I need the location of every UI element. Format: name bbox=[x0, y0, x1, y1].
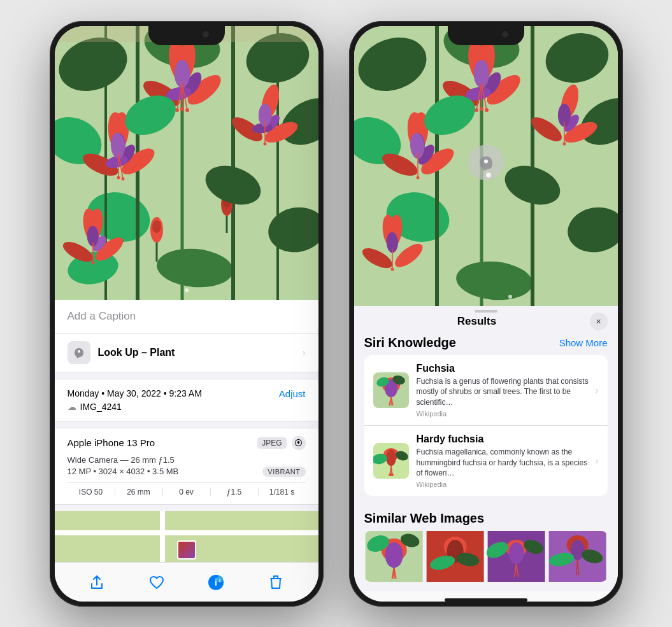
exif-aperture: ƒ1.5 bbox=[211, 488, 259, 497]
hardy-fuchsia-info: Hardy fuchsia Fuchsia magellanica, commo… bbox=[417, 433, 590, 488]
photo-display-1[interactable] bbox=[55, 26, 318, 300]
hardy-fuchsia-name: Hardy fuchsia bbox=[417, 433, 590, 445]
hardy-fuchsia-chevron-icon: › bbox=[596, 456, 599, 466]
svg-point-51 bbox=[152, 220, 161, 233]
map-photo-thumb bbox=[177, 540, 196, 560]
cloud-icon: ☁ bbox=[68, 402, 76, 412]
svg-point-69 bbox=[78, 350, 80, 353]
exif-iso: ISO 50 bbox=[68, 488, 115, 497]
svg-point-127 bbox=[390, 267, 394, 271]
lookup-label: Look Up – bbox=[98, 347, 147, 358]
knowledge-item-hardy-fuchsia[interactable]: Hardy fuchsia Fuchsia magellanica, commo… bbox=[364, 425, 608, 496]
camera-dot-2 bbox=[502, 31, 508, 38]
visual-lookup-dot bbox=[486, 173, 491, 178]
hardy-fuchsia-source: Wikipedia bbox=[417, 481, 590, 488]
svg-point-139 bbox=[386, 449, 396, 466]
svg-point-98 bbox=[485, 108, 489, 112]
home-indicator-2 bbox=[354, 591, 618, 601]
lookup-row[interactable]: Look Up – Plant › bbox=[55, 334, 318, 372]
close-button[interactable]: × bbox=[590, 313, 608, 330]
lookup-text: Look Up – Plant bbox=[98, 347, 175, 358]
camera-dot-1 bbox=[203, 31, 209, 38]
svg-point-108 bbox=[416, 176, 419, 179]
device-badges: JPEG ⦿ bbox=[257, 436, 305, 450]
notch-1 bbox=[148, 26, 225, 45]
similar-img-1[interactable] bbox=[364, 531, 424, 582]
lookup-value: Plant bbox=[150, 347, 175, 358]
filename: IMG_4241 bbox=[80, 402, 122, 412]
fuchsia-name: Fuchsia bbox=[417, 363, 590, 374]
results-title: Results bbox=[364, 315, 590, 328]
phone-2-screen: Results × Siri Knowledge Show More bbox=[354, 26, 618, 602]
show-more-button[interactable]: Show More bbox=[559, 337, 608, 348]
svg-text:i: i bbox=[219, 577, 220, 583]
map-road-v bbox=[160, 511, 165, 562]
toolbar: i i bbox=[55, 562, 318, 602]
phone2-content: Results × Siri Knowledge Show More bbox=[354, 26, 618, 602]
fuchsia-chevron-icon: › bbox=[596, 385, 599, 395]
phone-2: Results × Siri Knowledge Show More bbox=[349, 21, 623, 607]
vibrant-badge: VIBRANT bbox=[262, 467, 305, 477]
drag-handle[interactable] bbox=[475, 310, 497, 313]
similar-images-row[interactable] bbox=[364, 531, 608, 582]
similar-images-title: Similar Web Images bbox=[364, 511, 608, 526]
exif-focal: 26 mm bbox=[115, 488, 163, 497]
device-section: Apple iPhone 13 Pro JPEG ⦿ Wide Camera —… bbox=[55, 428, 318, 505]
svg-point-27 bbox=[175, 108, 179, 112]
photo-display-2[interactable] bbox=[354, 26, 618, 306]
knowledge-item-fuchsia[interactable]: Fuchsia Fuchsia is a genus of flowering … bbox=[364, 355, 608, 425]
svg-point-150 bbox=[385, 542, 403, 568]
fuchsia-thumb bbox=[373, 372, 409, 408]
adjust-button[interactable]: Adjust bbox=[279, 388, 306, 399]
svg-point-128 bbox=[484, 159, 488, 163]
fuchsia-info: Fuchsia Fuchsia is a genus of flowering … bbox=[417, 363, 590, 418]
svg-point-147 bbox=[391, 474, 394, 476]
siri-title: Siri Knowledge bbox=[364, 335, 456, 350]
format-badge: JPEG bbox=[257, 437, 286, 449]
svg-point-26 bbox=[185, 108, 189, 112]
location-icon: ⦿ bbox=[292, 436, 306, 450]
results-panel[interactable]: Results × Siri Knowledge Show More bbox=[354, 306, 618, 602]
svg-point-165 bbox=[509, 542, 524, 564]
share-button[interactable] bbox=[85, 571, 108, 594]
favorite-button[interactable] bbox=[145, 571, 168, 594]
caption-area[interactable]: Add a Caption bbox=[55, 300, 318, 334]
mp-text: 12 MP • 3024 × 4032 • 3.5 MB bbox=[68, 467, 179, 476]
svg-point-67 bbox=[91, 261, 94, 264]
svg-point-38 bbox=[117, 176, 120, 179]
siri-knowledge-section: Siri Knowledge Show More bbox=[354, 335, 618, 504]
phone-1: Add a Caption Look Up – Plant bbox=[50, 21, 324, 607]
knowledge-card: Fuchsia Fuchsia is a genus of flowering … bbox=[364, 355, 608, 497]
exif-shutter: 1/181 s bbox=[259, 488, 306, 497]
svg-point-99 bbox=[475, 108, 478, 112]
svg-point-97 bbox=[480, 107, 483, 111]
fuchsia-source: Wikipedia bbox=[417, 410, 590, 418]
info-button[interactable]: i i bbox=[204, 571, 227, 594]
phones-container: Add a Caption Look Up – Plant bbox=[50, 21, 623, 607]
similar-web-images-section: Similar Web Images bbox=[354, 504, 618, 586]
visual-lookup-icon bbox=[68, 341, 90, 364]
phone-1-screen: Add a Caption Look Up – Plant bbox=[55, 26, 318, 602]
device-name: Apple iPhone 13 Pro bbox=[68, 437, 155, 448]
svg-point-25 bbox=[180, 107, 184, 111]
map-background bbox=[55, 511, 318, 562]
hardy-fuchsia-desc: Fuchsia magellanica, commonly known as t… bbox=[417, 447, 590, 479]
delete-button[interactable] bbox=[264, 571, 287, 594]
caption-placeholder[interactable]: Add a Caption bbox=[68, 310, 136, 322]
exif-ev: 0 ev bbox=[163, 488, 211, 497]
map-section[interactable] bbox=[55, 511, 318, 562]
fuchsia-desc: Fuchsia is a genus of flowering plants t… bbox=[417, 376, 590, 408]
details-panel[interactable]: Add a Caption Look Up – Plant bbox=[55, 300, 318, 602]
similar-img-2[interactable] bbox=[425, 531, 485, 582]
similar-img-4[interactable] bbox=[548, 531, 607, 582]
similar-img-3[interactable] bbox=[487, 531, 546, 582]
phone1-content: Add a Caption Look Up – Plant bbox=[55, 26, 318, 602]
camera-detail: Wide Camera — 26 mm ƒ1.5 bbox=[68, 455, 306, 465]
lookup-chevron-icon: › bbox=[303, 348, 306, 358]
filename-row: ☁ IMG_4241 bbox=[68, 402, 306, 412]
svg-point-49 bbox=[263, 142, 266, 145]
page-indicator-1 bbox=[185, 288, 189, 292]
results-header: Results × bbox=[354, 306, 618, 335]
photo-date: Monday • May 30, 2022 • 9:23 AM bbox=[68, 388, 202, 398]
svg-point-117 bbox=[562, 142, 566, 145]
